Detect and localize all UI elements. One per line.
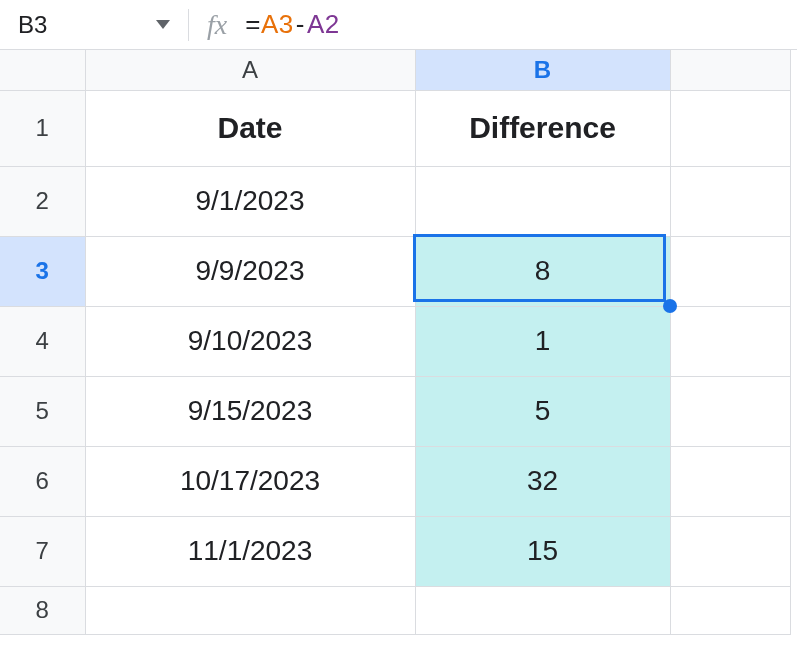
- cell-b4[interactable]: 1: [415, 306, 670, 376]
- cell-a2[interactable]: 9/1/2023: [85, 166, 415, 236]
- divider: [188, 9, 189, 41]
- cell-c4[interactable]: [670, 306, 790, 376]
- row-header-8[interactable]: 8: [0, 586, 85, 634]
- row-header-3[interactable]: 3: [0, 236, 85, 306]
- cell-a5[interactable]: 9/15/2023: [85, 376, 415, 446]
- cell-a1[interactable]: Date: [85, 90, 415, 166]
- cell-c2[interactable]: [670, 166, 790, 236]
- row-header-6[interactable]: 6: [0, 446, 85, 516]
- col-header-c[interactable]: [670, 50, 790, 90]
- col-header-b[interactable]: B: [415, 50, 670, 90]
- cell-b2[interactable]: [415, 166, 670, 236]
- col-header-a[interactable]: A: [85, 50, 415, 90]
- cell-c3[interactable]: [670, 236, 790, 306]
- cell-c8[interactable]: [670, 586, 790, 634]
- row-header-5[interactable]: 5: [0, 376, 85, 446]
- name-box-text: B3: [18, 11, 47, 39]
- cell-c7[interactable]: [670, 516, 790, 586]
- cell-a8[interactable]: [85, 586, 415, 634]
- cell-b1[interactable]: Difference: [415, 90, 670, 166]
- cell-b3[interactable]: 8: [415, 236, 670, 306]
- spreadsheet-grid[interactable]: A B 1 Date Difference 2 9/1/2023 3 9/9/2…: [0, 50, 797, 635]
- cell-c6[interactable]: [670, 446, 790, 516]
- fill-handle[interactable]: [663, 299, 677, 313]
- cell-b7[interactable]: 15: [415, 516, 670, 586]
- select-all-corner[interactable]: [0, 50, 85, 90]
- dropdown-icon[interactable]: [156, 20, 170, 29]
- row-header-7[interactable]: 7: [0, 516, 85, 586]
- row-header-4[interactable]: 4: [0, 306, 85, 376]
- name-box[interactable]: B3: [10, 11, 180, 39]
- cell-c1[interactable]: [670, 90, 790, 166]
- row-header-1[interactable]: 1: [0, 90, 85, 166]
- fx-icon: fx: [207, 9, 227, 41]
- cell-b5[interactable]: 5: [415, 376, 670, 446]
- cell-a4[interactable]: 9/10/2023: [85, 306, 415, 376]
- formula-bar: B3 fx =A3-A2: [0, 0, 797, 50]
- cell-b6[interactable]: 32: [415, 446, 670, 516]
- cell-b8[interactable]: [415, 586, 670, 634]
- cell-a7[interactable]: 11/1/2023: [85, 516, 415, 586]
- cell-c5[interactable]: [670, 376, 790, 446]
- cell-a6[interactable]: 10/17/2023: [85, 446, 415, 516]
- formula-input[interactable]: =A3-A2: [245, 9, 339, 40]
- cell-a3[interactable]: 9/9/2023: [85, 236, 415, 306]
- row-header-2[interactable]: 2: [0, 166, 85, 236]
